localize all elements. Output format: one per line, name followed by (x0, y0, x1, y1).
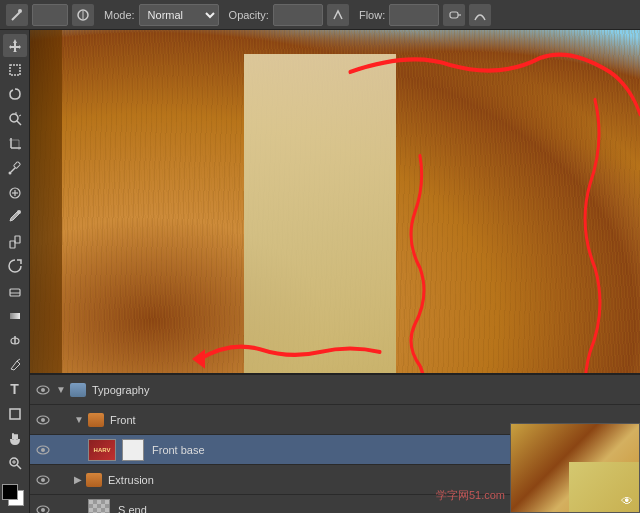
foreground-color-swatch[interactable] (2, 484, 18, 500)
svg-rect-32 (12, 433, 14, 440)
typography-layer-row[interactable]: ▼ Typography (30, 375, 640, 405)
front-folder-icon (88, 413, 104, 427)
brush-tool[interactable] (3, 206, 27, 229)
extrusion-visibility[interactable] (34, 471, 52, 489)
extrusion-expand[interactable]: ▶ (74, 474, 82, 485)
opacity-options-icon[interactable] (327, 4, 349, 26)
svg-line-9 (17, 121, 21, 125)
svg-rect-31 (10, 409, 20, 419)
eyedropper-tool[interactable] (3, 157, 27, 180)
mode-select[interactable]: Normal (139, 4, 219, 26)
svg-rect-34 (16, 434, 18, 440)
brush-size-input[interactable]: 3 (32, 4, 68, 26)
dodge-tool[interactable] (3, 329, 27, 352)
front-expand[interactable]: ▼ (74, 414, 84, 425)
opacity-input[interactable]: 100% (273, 4, 323, 26)
svg-point-47 (41, 448, 45, 452)
thumbnail-preview: 👁 (510, 423, 640, 513)
flow-input[interactable]: 100% (389, 4, 439, 26)
svg-marker-39 (192, 349, 205, 369)
tools-panel: T (0, 30, 30, 513)
svg-point-22 (17, 210, 21, 214)
mode-label: Mode: (104, 9, 135, 21)
layers-panel: ▼ Typography ▼ Front (30, 373, 640, 513)
history-brush-tool[interactable] (3, 255, 27, 278)
watermark-text: 学字网51.com (436, 488, 505, 503)
svg-point-18 (8, 172, 11, 175)
send-visibility[interactable] (34, 501, 52, 514)
pen-tool[interactable] (3, 354, 27, 377)
send-layer-thumb (88, 499, 110, 514)
text-tool[interactable]: T (3, 378, 27, 401)
svg-line-17 (11, 168, 15, 172)
gradient-tool[interactable] (3, 304, 27, 327)
svg-rect-23 (10, 241, 15, 248)
thumb-eye-icon[interactable]: 👁 (621, 494, 633, 508)
svg-rect-7 (10, 65, 20, 75)
svg-rect-24 (15, 236, 20, 243)
front-base-brand-thumb: HARV (88, 439, 116, 461)
airbrush-icon[interactable] (443, 4, 465, 26)
zoom-tool[interactable] (3, 452, 27, 475)
svg-point-43 (41, 388, 45, 392)
svg-point-45 (41, 418, 45, 422)
svg-line-36 (17, 465, 21, 469)
color-swatches[interactable] (2, 484, 28, 508)
svg-line-0 (12, 12, 20, 20)
shape-tool[interactable] (3, 403, 27, 426)
brush-tool-icon[interactable] (6, 4, 28, 26)
front-base-layer-thumb (122, 439, 144, 461)
crop-tool[interactable] (3, 132, 27, 155)
svg-line-30 (17, 359, 20, 361)
typography-folder-icon (70, 383, 86, 397)
front-base-visibility[interactable] (34, 441, 52, 459)
svg-line-11 (19, 115, 21, 116)
thumb-straw (511, 424, 639, 512)
typography-expand[interactable]: ▼ (56, 384, 66, 395)
canvas-area: ▼ Typography ▼ Front (30, 30, 640, 513)
svg-rect-27 (10, 313, 20, 319)
svg-point-8 (10, 114, 18, 122)
clone-stamp-tool[interactable] (3, 231, 27, 254)
move-tool[interactable] (3, 34, 27, 57)
opacity-label: Opacity: (229, 9, 269, 21)
lasso-tool[interactable] (3, 83, 27, 106)
healing-brush-tool[interactable] (3, 181, 27, 204)
eraser-tool[interactable] (3, 280, 27, 303)
typography-visibility[interactable] (34, 381, 52, 399)
quick-select-tool[interactable] (3, 108, 27, 131)
hand-tool[interactable] (3, 427, 27, 450)
svg-marker-6 (9, 39, 21, 52)
main-area: T (0, 30, 640, 513)
flow-label: Flow: (359, 9, 385, 21)
brush-options-icon[interactable] (72, 4, 94, 26)
extrusion-folder-icon (86, 473, 102, 487)
svg-rect-16 (13, 162, 20, 169)
svg-rect-4 (450, 12, 458, 18)
front-visibility[interactable] (34, 411, 52, 429)
tablet-pressure-icon[interactable] (469, 4, 491, 26)
toolbar: 3 Mode: Normal Opacity: 100% Flow: 100% (0, 0, 640, 30)
marquee-tool[interactable] (3, 59, 27, 82)
typography-layer-name: Typography (92, 384, 636, 396)
svg-point-49 (41, 478, 45, 482)
svg-point-1 (18, 9, 22, 13)
svg-point-51 (41, 508, 45, 512)
